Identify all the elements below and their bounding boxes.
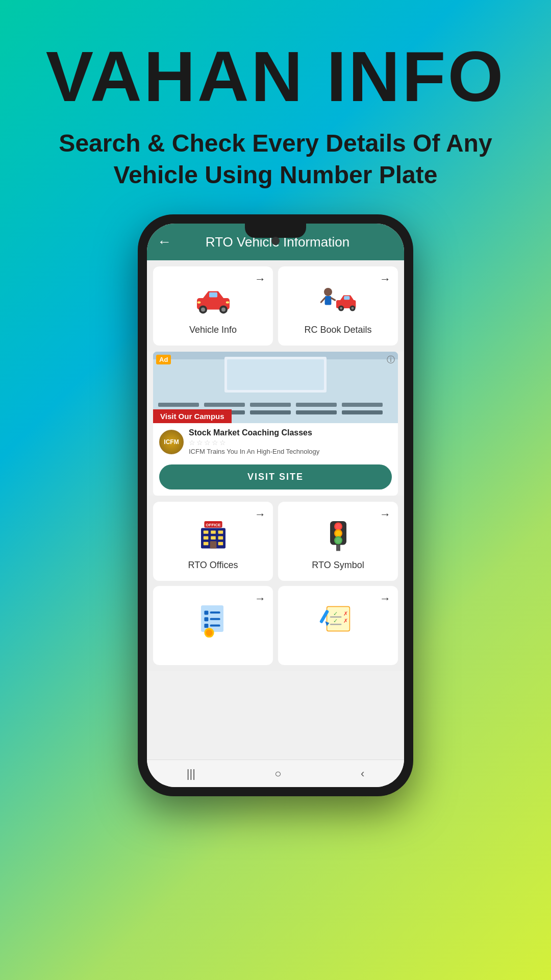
rc-book-arrow: →: [380, 273, 391, 286]
vehicle-info-icon: [190, 280, 236, 321]
card6[interactable]: → ✓ ✗: [278, 586, 398, 665]
ad-banner: Ad ⓘ: [153, 352, 398, 496]
ad-text-block: Stock Market Coaching Classes ☆☆☆☆☆ ICFM…: [189, 428, 392, 455]
svg-point-17: [351, 307, 354, 310]
card5-arrow: →: [255, 592, 266, 605]
hero-subtitle: Search & Check Every Details Of Any Vehi…: [0, 128, 551, 191]
svg-rect-13: [344, 296, 349, 300]
ad-stars: ☆☆☆☆☆: [189, 438, 392, 447]
svg-point-51: [335, 537, 341, 543]
svg-rect-37: [218, 530, 223, 533]
svg-point-60: [206, 629, 212, 636]
ad-content: ICFM Stock Market Coaching Classes ☆☆☆☆☆…: [153, 423, 398, 460]
svg-rect-1: [209, 292, 217, 298]
svg-rect-53: [204, 610, 208, 615]
vehicle-info-arrow: →: [255, 273, 266, 286]
svg-rect-41: [203, 542, 208, 545]
rto-symbol-icon: [315, 515, 361, 556]
visit-campus-text: Visit Our Campus: [153, 409, 232, 423]
svg-rect-22: [158, 403, 199, 407]
ad-company-name: Stock Market Coaching Classes: [189, 428, 392, 437]
nav-home-icon[interactable]: ○: [274, 767, 281, 780]
svg-rect-35: [203, 530, 208, 533]
svg-point-49: [335, 530, 341, 536]
svg-rect-38: [203, 536, 208, 540]
rc-book-label: RC Book Details: [304, 325, 371, 335]
phone-notch: [245, 224, 306, 238]
svg-point-47: [335, 524, 341, 529]
svg-rect-43: [210, 541, 216, 548]
rc-book-icon: [315, 280, 361, 321]
svg-point-8: [324, 288, 332, 296]
svg-rect-7: [226, 301, 229, 303]
cards-grid: →: [147, 260, 404, 352]
phone-screen: ← RTO Vehicle Information →: [147, 224, 404, 787]
hero-section: VAHAN INFO Search & Check Every Details …: [0, 0, 551, 191]
rto-offices-card[interactable]: → OFFICE: [153, 502, 273, 581]
ad-info-icon[interactable]: ⓘ: [387, 355, 395, 365]
rto-offices-icon: OFFICE: [190, 515, 236, 556]
svg-text:✗: ✗: [343, 618, 347, 624]
back-button[interactable]: ←: [157, 234, 171, 250]
rto-offices-label: RTO Offices: [188, 560, 238, 571]
svg-rect-29: [250, 410, 291, 414]
visit-site-button[interactable]: VISIT SITE: [159, 464, 392, 489]
phone-outer: ← RTO Vehicle Information →: [138, 214, 413, 796]
card6-icon: ✓ ✗ ✓ ✗: [315, 599, 361, 640]
ad-logo: ICFM: [159, 430, 184, 454]
svg-point-15: [340, 307, 342, 310]
rto-symbol-arrow: →: [380, 508, 391, 521]
svg-rect-58: [210, 625, 220, 627]
svg-text:OFFICE: OFFICE: [206, 523, 221, 527]
svg-rect-26: [342, 403, 383, 407]
card5[interactable]: →: [153, 586, 273, 665]
svg-rect-6: [197, 301, 200, 303]
svg-line-10: [321, 298, 324, 302]
svg-rect-25: [296, 403, 337, 407]
card6-arrow: →: [380, 592, 391, 605]
svg-rect-30: [296, 410, 337, 414]
screen-content: →: [147, 260, 404, 760]
svg-rect-9: [324, 296, 331, 305]
svg-text:✗: ✗: [343, 610, 347, 617]
nav-back-icon[interactable]: ‹: [361, 767, 364, 780]
ad-description: ICFM Trains You In An High-End Technolog…: [189, 448, 392, 455]
svg-text:✓: ✓: [333, 610, 338, 617]
bottom-navigation: ||| ○ ‹: [147, 760, 404, 787]
rto-symbol-label: RTO Symbol: [312, 560, 364, 571]
svg-point-3: [201, 307, 205, 311]
hero-title: VAHAN INFO: [0, 0, 551, 112]
nav-menu-icon[interactable]: |||: [187, 767, 195, 780]
rc-book-card[interactable]: →: [278, 266, 398, 346]
svg-text:✓: ✓: [333, 618, 338, 624]
svg-line-11: [331, 298, 335, 300]
bottom-cards-grid: → OFFICE: [147, 496, 404, 671]
svg-rect-42: [218, 542, 223, 545]
svg-rect-70: [330, 624, 341, 625]
svg-rect-56: [210, 618, 220, 620]
svg-rect-31: [342, 410, 383, 414]
svg-rect-24: [250, 403, 291, 407]
phone-camera: [271, 237, 280, 245]
svg-rect-36: [211, 530, 216, 533]
svg-point-5: [221, 307, 226, 311]
ad-image: Visit Our Campus: [153, 352, 398, 423]
svg-rect-40: [218, 536, 223, 540]
vehicle-info-label: Vehicle Info: [189, 325, 237, 335]
rto-symbol-card[interactable]: →: [278, 502, 398, 581]
phone-mockup: ← RTO Vehicle Information →: [138, 214, 413, 909]
ad-badge: Ad: [156, 355, 171, 364]
svg-rect-69: [330, 617, 341, 618]
svg-rect-23: [204, 403, 245, 407]
rto-offices-arrow: →: [255, 508, 266, 521]
svg-rect-57: [204, 624, 208, 628]
card5-icon: [190, 599, 236, 640]
svg-rect-54: [210, 611, 220, 614]
vehicle-info-card[interactable]: →: [153, 266, 273, 346]
svg-rect-21: [227, 359, 324, 390]
room-illustration: Visit Our Campus: [153, 352, 398, 423]
svg-rect-39: [211, 536, 216, 540]
svg-rect-55: [204, 617, 208, 621]
